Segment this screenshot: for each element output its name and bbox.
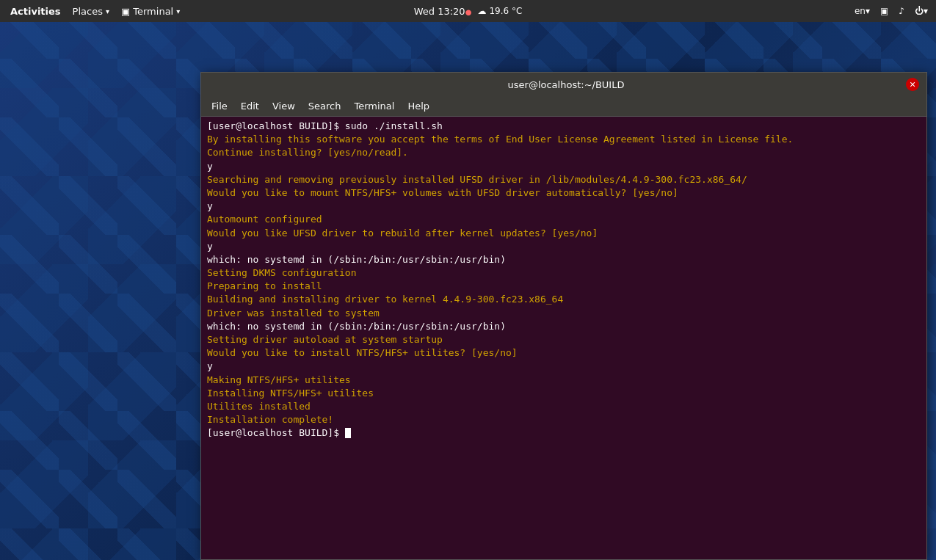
terminal-line: Building and installing driver to kernel… — [207, 293, 921, 306]
close-button[interactable]: ✕ — [906, 78, 919, 91]
terminal-line: y — [207, 240, 921, 253]
places-menu[interactable]: Places ▾ — [67, 0, 115, 22]
menu-terminal[interactable]: Terminal — [348, 98, 400, 115]
top-panel: Activities Places ▾ ▣ Terminal ▾ Wed 13:… — [0, 0, 936, 22]
terminal-arrow: ▾ — [176, 7, 180, 15]
terminal-line: Driver was installed to system — [207, 307, 921, 320]
terminal-cursor — [345, 428, 351, 438]
terminal-line: Would you like UFSD driver to rebuild af… — [207, 227, 921, 240]
terminal-line: Setting driver autoload at system startu… — [207, 333, 921, 346]
terminal-line: which: no systemd in (/sbin:/bin:/usr/sb… — [207, 320, 921, 333]
screen-icon: ▣ — [880, 6, 888, 16]
terminal-line: Searching and removing previously instal… — [207, 173, 921, 186]
notification-dot: ● — [465, 8, 472, 16]
terminal-line: Installation complete! — [207, 413, 921, 426]
terminal-output[interactable]: [user@localhost BUILD]$ sudo ./install.s… — [201, 117, 926, 559]
menu-file[interactable]: File — [206, 98, 233, 115]
menu-view[interactable]: View — [266, 98, 301, 115]
terminal-line: Installing NTFS/HFS+ utilites — [207, 387, 921, 400]
terminal-line: y — [207, 360, 921, 373]
lang-arrow: ▾ — [866, 6, 870, 16]
power-button[interactable]: ⏻ ▾ — [911, 0, 932, 22]
terminal-line: Preparing to install — [207, 280, 921, 293]
terminal-line: Continue installing? [yes/no/read]. — [207, 146, 921, 159]
screen-button[interactable]: ▣ — [877, 0, 892, 22]
terminal-window: user@localhost:~/BUILD ✕ File Edit View … — [200, 72, 927, 560]
terminal-line: [user@localhost BUILD]$ sudo ./install.s… — [207, 120, 921, 133]
power-arrow: ▾ — [924, 6, 928, 16]
terminal-line: Automount configured — [207, 213, 921, 226]
volume-button[interactable]: ♪ — [895, 0, 908, 22]
panel-center: Wed 13:20● ☁ 19.6 °C — [414, 6, 523, 17]
menu-help[interactable]: Help — [402, 98, 435, 115]
panel-left: Activities Places ▾ ▣ Terminal ▾ — [4, 0, 186, 22]
weather-display: ☁ 19.6 °C — [477, 6, 522, 16]
menu-edit[interactable]: Edit — [235, 98, 265, 115]
weather-temp: 19.6 °C — [489, 6, 522, 16]
power-icon: ⏻ — [915, 6, 924, 16]
menu-bar: File Edit View Search Terminal Help — [201, 96, 926, 117]
terminal-line: y — [207, 200, 921, 213]
terminal-line: Making NTFS/HFS+ utilites — [207, 374, 921, 387]
activities-button[interactable]: Activities — [4, 0, 67, 22]
terminal-line: Utilites installed — [207, 400, 921, 413]
menu-search[interactable]: Search — [302, 98, 347, 115]
places-arrow: ▾ — [106, 7, 109, 15]
terminal-line: By installing this software you accept t… — [207, 133, 921, 146]
terminal-line: which: no systemd in (/sbin:/bin:/usr/sb… — [207, 253, 921, 266]
datetime-display: Wed 13:20● — [414, 6, 472, 17]
window-title: user@localhost:~/BUILD — [226, 79, 906, 90]
terminal-menu[interactable]: ▣ Terminal ▾ — [115, 0, 186, 22]
panel-right: en ▾ ▣ ♪ ⏻ ▾ — [851, 0, 932, 22]
terminal-line: Setting DKMS configuration — [207, 266, 921, 280]
weather-icon: ☁ — [477, 6, 486, 16]
terminal-app-icon: ▣ — [121, 6, 130, 17]
volume-icon: ♪ — [899, 6, 904, 16]
terminal-line: [user@localhost BUILD]$ — [207, 426, 921, 440]
terminal-line: y — [207, 160, 921, 173]
terminal-line: Would you like to install NTFS/HFS+ util… — [207, 346, 921, 360]
title-bar: user@localhost:~/BUILD ✕ — [201, 73, 926, 96]
language-selector[interactable]: en ▾ — [851, 0, 874, 22]
terminal-line: Would you like to mount NTFS/HFS+ volume… — [207, 186, 921, 200]
